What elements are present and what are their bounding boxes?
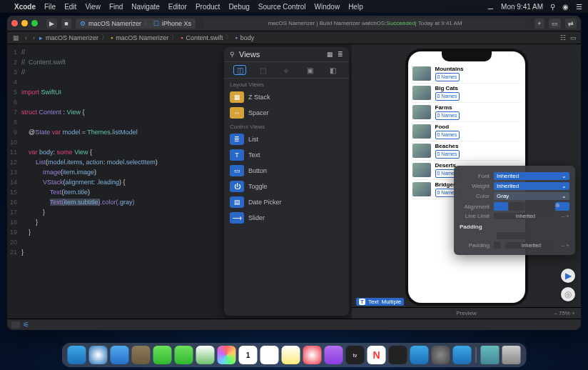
filter-icon[interactable]: ⚟ [23, 321, 29, 329]
add-button[interactable]: + [534, 19, 544, 29]
list-view-icon[interactable]: ≣ [338, 51, 343, 58]
preview-footer: Preview – 75% + [352, 307, 581, 319]
dock-contacts-icon[interactable] [132, 346, 151, 364]
modifiers-tab[interactable]: ⬚ [257, 65, 270, 75]
color-popup[interactable]: Gray⌄ [494, 192, 569, 200]
dock-trash-icon[interactable] [502, 346, 521, 364]
row-thumbnail [412, 182, 431, 196]
dock-podcasts-icon[interactable] [325, 346, 343, 364]
weight-popup[interactable]: Inherited⌄ [494, 182, 569, 190]
dock-photos-icon[interactable] [218, 346, 236, 364]
crumb-file[interactable]: Content.swift [186, 34, 223, 41]
toggle-navigator-button[interactable]: ▦ [11, 34, 21, 41]
filter-button[interactable] [11, 321, 20, 329]
library-item[interactable]: TText [224, 147, 349, 163]
list-row[interactable]: Big Cats0 Names [412, 84, 521, 103]
dock-notes-icon[interactable] [282, 346, 300, 364]
zoom-out-button[interactable]: – [554, 310, 557, 316]
snippets-tab[interactable]: ⟐ [280, 65, 293, 75]
crumb-group[interactable]: macOS Namerizer [116, 34, 168, 41]
zoom-in-button[interactable]: + [572, 310, 575, 316]
media-tab[interactable]: ▣ [303, 65, 316, 75]
zoom-icon[interactable] [31, 20, 38, 26]
list-row[interactable]: Food0 Names [412, 122, 521, 141]
dock-calendar-icon[interactable]: 1 [239, 346, 258, 364]
menu-navigate[interactable]: Navigate [131, 3, 159, 11]
dock-messages-icon[interactable] [175, 346, 193, 364]
control-center-icon[interactable]: ☰ [576, 3, 582, 11]
dock-downloads-icon[interactable] [481, 346, 500, 364]
padding-checkbox[interactable] [494, 241, 501, 249]
alignment-segmented[interactable]: ⊕ [494, 202, 569, 211]
padding-field[interactable]: Inherited [505, 242, 557, 249]
close-icon[interactable] [11, 20, 18, 26]
dock-settings-icon[interactable] [432, 346, 450, 364]
list-row[interactable]: Mountains0 Names [412, 64, 521, 84]
row-thumbnail [412, 105, 431, 119]
menu-edit[interactable]: Edit [64, 3, 76, 11]
list-row[interactable]: Beaches0 Names [412, 141, 521, 161]
menu-window[interactable]: Window [315, 3, 340, 11]
search-icon[interactable]: ⚲ [230, 51, 235, 58]
menu-editor[interactable]: Editor [168, 3, 187, 11]
run-button[interactable]: ▶ [46, 19, 57, 29]
dock-mail-icon[interactable] [111, 346, 129, 364]
dock-xcode-icon[interactable] [453, 346, 472, 364]
library-item[interactable]: ≣List [224, 131, 349, 147]
dock-appstore-icon[interactable] [410, 346, 429, 364]
menu-sourcecontrol[interactable]: Source Control [258, 3, 306, 11]
grid-view-icon[interactable]: ▦ [327, 51, 333, 58]
list-row[interactable]: Farms0 Names [412, 103, 521, 122]
dock-facetime-icon[interactable] [153, 346, 172, 364]
dock-news-icon[interactable]: N [368, 346, 386, 364]
menu-view[interactable]: View [85, 3, 101, 11]
dock-finder-icon[interactable] [68, 346, 86, 364]
library-item[interactable]: ↔Spacer [224, 105, 349, 121]
library-item[interactable]: ▤Date Picker [224, 194, 349, 210]
canvas-preview[interactable]: Mountains0 NamesBig Cats0 NamesFarms0 Na… [352, 44, 581, 319]
editor-layout-button[interactable]: ☷ [560, 34, 566, 41]
menu-debug[interactable]: Debug [228, 3, 249, 11]
row-title: Food [435, 124, 460, 131]
live-preview-button[interactable]: ▶ [561, 269, 575, 283]
library-item[interactable]: ⏻Toggle [224, 179, 349, 194]
menu-product[interactable]: Product [196, 3, 220, 11]
library-button[interactable]: ▭ [549, 19, 561, 29]
menu-find[interactable]: Find [109, 3, 123, 11]
library-item[interactable]: ▭Button [224, 163, 349, 179]
dock-maps-icon[interactable] [196, 346, 215, 364]
minimize-icon[interactable] [21, 20, 28, 26]
library-item[interactable]: ▦Z Stack [224, 89, 349, 105]
library-item[interactable]: ⟶Slider [224, 210, 349, 226]
linelimit-field[interactable]: Inherited [494, 213, 557, 219]
views-tab[interactable]: ◫ [233, 65, 246, 75]
traffic-lights[interactable] [11, 20, 38, 26]
adjust-editor-button[interactable]: ▭ [570, 34, 577, 41]
code-review-button[interactable]: ⇄ [565, 19, 577, 29]
menu-file[interactable]: File [44, 3, 56, 11]
app-name[interactable]: Xcode [14, 3, 36, 11]
code-editor[interactable]: 123456789101112131415161718192021 //// C… [7, 44, 221, 319]
siri-icon[interactable]: ◉ [562, 3, 569, 11]
dock-safari-icon[interactable] [89, 346, 108, 364]
back-button[interactable]: ‹ [24, 34, 29, 41]
spotlight-icon[interactable]: ⚲ [550, 3, 555, 11]
dock-reminders-icon[interactable] [260, 346, 279, 364]
crumb-symbol[interactable]: body [240, 34, 255, 41]
color-tab[interactable]: ◧ [327, 65, 340, 75]
font-popup[interactable]: Inherited⌄ [494, 172, 569, 180]
stop-button[interactable]: ■ [61, 19, 71, 29]
dock-music-icon[interactable] [303, 346, 322, 364]
dock[interactable]: 1 tv N [62, 343, 527, 367]
scheme-selector[interactable]: ⚙ macOS Namerizer 〉 ☐ iPhone Xs [76, 19, 196, 29]
crumb-project[interactable]: macOS Namerizer [46, 34, 98, 41]
scheme-target: macOS Namerizer [88, 20, 141, 27]
menu-help[interactable]: Help [348, 3, 363, 11]
padding-diagram[interactable] [497, 232, 532, 239]
selection-badge[interactable]: T Text Multiple [356, 298, 404, 306]
forward-button[interactable]: › [31, 34, 36, 41]
dock-stocks-icon[interactable] [389, 346, 407, 364]
wifi-icon[interactable]: ⚊ [487, 3, 494, 11]
preview-settings-button[interactable]: ◎ [561, 287, 575, 301]
dock-tv-icon[interactable]: tv [346, 346, 365, 364]
